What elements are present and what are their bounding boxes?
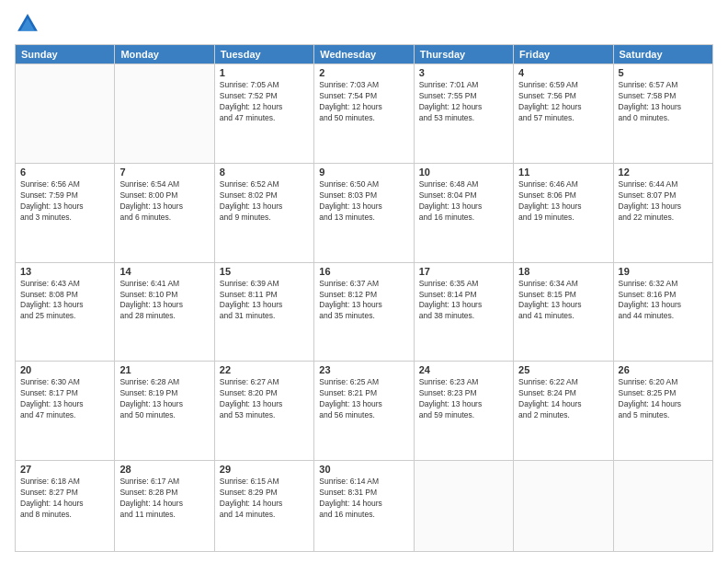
day-cell: 21Sunrise: 6:28 AM Sunset: 8:19 PM Dayli… <box>115 362 214 461</box>
day-info: Sunrise: 6:57 AM Sunset: 7:58 PM Dayligh… <box>619 80 708 124</box>
day-cell: 20Sunrise: 6:30 AM Sunset: 8:17 PM Dayli… <box>16 362 115 461</box>
day-cell: 3Sunrise: 7:01 AM Sunset: 7:55 PM Daylig… <box>414 64 513 164</box>
day-number: 29 <box>220 464 309 475</box>
day-number: 5 <box>619 67 708 78</box>
day-cell: 2Sunrise: 7:03 AM Sunset: 7:54 PM Daylig… <box>314 64 414 164</box>
day-number: 27 <box>20 464 109 475</box>
day-info: Sunrise: 6:56 AM Sunset: 7:59 PM Dayligh… <box>20 179 109 224</box>
day-number: 19 <box>619 266 708 277</box>
day-number: 3 <box>419 67 508 78</box>
week-row-3: 13Sunrise: 6:43 AM Sunset: 8:08 PM Dayli… <box>16 262 713 362</box>
week-row-4: 20Sunrise: 6:30 AM Sunset: 8:17 PM Dayli… <box>16 362 713 461</box>
day-number: 16 <box>319 266 408 277</box>
week-row-2: 6Sunrise: 6:56 AM Sunset: 7:59 PM Daylig… <box>16 163 713 262</box>
day-cell <box>613 461 712 552</box>
day-info: Sunrise: 7:01 AM Sunset: 7:55 PM Dayligh… <box>419 80 508 124</box>
weekday-header-wednesday: Wednesday <box>314 45 414 64</box>
day-number: 7 <box>119 167 209 178</box>
day-cell: 26Sunrise: 6:20 AM Sunset: 8:25 PM Dayli… <box>613 362 712 461</box>
day-info: Sunrise: 6:59 AM Sunset: 7:56 PM Dayligh… <box>518 80 608 124</box>
day-cell: 8Sunrise: 6:52 AM Sunset: 8:02 PM Daylig… <box>214 163 313 262</box>
day-cell: 7Sunrise: 6:54 AM Sunset: 8:00 PM Daylig… <box>115 163 214 262</box>
day-cell: 15Sunrise: 6:39 AM Sunset: 8:11 PM Dayli… <box>214 262 313 362</box>
day-number: 13 <box>20 266 109 277</box>
day-info: Sunrise: 6:35 AM Sunset: 8:14 PM Dayligh… <box>419 279 508 323</box>
header <box>15 11 713 37</box>
day-number: 22 <box>220 364 309 375</box>
calendar: SundayMondayTuesdayWednesdayThursdayFrid… <box>15 44 713 552</box>
day-number: 1 <box>220 67 309 78</box>
page: SundayMondayTuesdayWednesdayThursdayFrid… <box>0 0 728 563</box>
weekday-header-sunday: Sunday <box>16 45 115 64</box>
day-info: Sunrise: 6:27 AM Sunset: 8:20 PM Dayligh… <box>220 377 309 421</box>
day-number: 15 <box>220 266 309 277</box>
day-info: Sunrise: 6:22 AM Sunset: 8:24 PM Dayligh… <box>518 377 608 421</box>
day-number: 25 <box>518 364 608 375</box>
day-cell: 13Sunrise: 6:43 AM Sunset: 8:08 PM Dayli… <box>16 262 115 362</box>
day-info: Sunrise: 6:17 AM Sunset: 8:28 PM Dayligh… <box>119 477 209 521</box>
day-info: Sunrise: 6:28 AM Sunset: 8:19 PM Dayligh… <box>119 377 209 421</box>
day-number: 11 <box>518 167 608 178</box>
day-info: Sunrise: 6:34 AM Sunset: 8:15 PM Dayligh… <box>518 279 608 323</box>
day-number: 10 <box>419 167 508 178</box>
day-number: 24 <box>419 364 508 375</box>
day-info: Sunrise: 6:52 AM Sunset: 8:02 PM Dayligh… <box>220 179 309 224</box>
day-info: Sunrise: 6:48 AM Sunset: 8:04 PM Dayligh… <box>419 179 508 224</box>
day-cell: 14Sunrise: 6:41 AM Sunset: 8:10 PM Dayli… <box>115 262 214 362</box>
day-cell: 25Sunrise: 6:22 AM Sunset: 8:24 PM Dayli… <box>514 362 613 461</box>
day-cell: 1Sunrise: 7:05 AM Sunset: 7:52 PM Daylig… <box>214 64 313 164</box>
day-cell: 27Sunrise: 6:18 AM Sunset: 8:27 PM Dayli… <box>16 461 115 552</box>
day-number: 2 <box>319 67 408 78</box>
day-cell <box>16 64 115 164</box>
day-number: 28 <box>119 464 209 475</box>
day-info: Sunrise: 6:39 AM Sunset: 8:11 PM Dayligh… <box>220 279 309 323</box>
day-number: 17 <box>419 266 508 277</box>
day-number: 6 <box>20 167 109 178</box>
weekday-header-row: SundayMondayTuesdayWednesdayThursdayFrid… <box>16 45 713 64</box>
day-info: Sunrise: 6:37 AM Sunset: 8:12 PM Dayligh… <box>319 279 408 323</box>
day-info: Sunrise: 6:46 AM Sunset: 8:06 PM Dayligh… <box>518 179 608 224</box>
day-info: Sunrise: 6:20 AM Sunset: 8:25 PM Dayligh… <box>619 377 708 421</box>
day-info: Sunrise: 6:30 AM Sunset: 8:17 PM Dayligh… <box>20 377 109 421</box>
day-info: Sunrise: 6:23 AM Sunset: 8:23 PM Dayligh… <box>419 377 508 421</box>
day-cell: 30Sunrise: 6:14 AM Sunset: 8:31 PM Dayli… <box>314 461 414 552</box>
day-number: 14 <box>119 266 209 277</box>
weekday-header-monday: Monday <box>115 45 214 64</box>
day-cell: 29Sunrise: 6:15 AM Sunset: 8:29 PM Dayli… <box>214 461 313 552</box>
day-info: Sunrise: 7:05 AM Sunset: 7:52 PM Dayligh… <box>220 80 309 124</box>
day-info: Sunrise: 6:32 AM Sunset: 8:16 PM Dayligh… <box>619 279 708 323</box>
day-cell: 9Sunrise: 6:50 AM Sunset: 8:03 PM Daylig… <box>314 163 414 262</box>
day-info: Sunrise: 6:54 AM Sunset: 8:00 PM Dayligh… <box>119 179 209 224</box>
day-info: Sunrise: 6:14 AM Sunset: 8:31 PM Dayligh… <box>319 477 408 521</box>
day-info: Sunrise: 6:50 AM Sunset: 8:03 PM Dayligh… <box>319 179 408 224</box>
day-info: Sunrise: 6:44 AM Sunset: 8:07 PM Dayligh… <box>619 179 708 224</box>
weekday-header-tuesday: Tuesday <box>214 45 313 64</box>
weekday-header-saturday: Saturday <box>613 45 712 64</box>
day-cell: 12Sunrise: 6:44 AM Sunset: 8:07 PM Dayli… <box>613 163 712 262</box>
logo <box>15 11 44 37</box>
day-number: 26 <box>619 364 708 375</box>
day-cell: 28Sunrise: 6:17 AM Sunset: 8:28 PM Dayli… <box>115 461 214 552</box>
day-cell: 10Sunrise: 6:48 AM Sunset: 8:04 PM Dayli… <box>414 163 513 262</box>
day-number: 4 <box>518 67 608 78</box>
day-info: Sunrise: 6:43 AM Sunset: 8:08 PM Dayligh… <box>20 279 109 323</box>
day-number: 8 <box>220 167 309 178</box>
day-cell <box>514 461 613 552</box>
day-cell: 6Sunrise: 6:56 AM Sunset: 7:59 PM Daylig… <box>16 163 115 262</box>
day-cell: 24Sunrise: 6:23 AM Sunset: 8:23 PM Dayli… <box>414 362 513 461</box>
day-cell: 18Sunrise: 6:34 AM Sunset: 8:15 PM Dayli… <box>514 262 613 362</box>
day-number: 20 <box>20 364 109 375</box>
day-cell: 16Sunrise: 6:37 AM Sunset: 8:12 PM Dayli… <box>314 262 414 362</box>
weekday-header-thursday: Thursday <box>414 45 513 64</box>
day-cell: 22Sunrise: 6:27 AM Sunset: 8:20 PM Dayli… <box>214 362 313 461</box>
day-number: 18 <box>518 266 608 277</box>
day-number: 23 <box>319 364 408 375</box>
day-number: 12 <box>619 167 708 178</box>
logo-icon <box>15 11 40 37</box>
day-cell: 17Sunrise: 6:35 AM Sunset: 8:14 PM Dayli… <box>414 262 513 362</box>
day-cell <box>414 461 513 552</box>
week-row-1: 1Sunrise: 7:05 AM Sunset: 7:52 PM Daylig… <box>16 64 713 164</box>
day-info: Sunrise: 6:18 AM Sunset: 8:27 PM Dayligh… <box>20 477 109 521</box>
day-cell: 23Sunrise: 6:25 AM Sunset: 8:21 PM Dayli… <box>314 362 414 461</box>
week-row-5: 27Sunrise: 6:18 AM Sunset: 8:27 PM Dayli… <box>16 461 713 552</box>
